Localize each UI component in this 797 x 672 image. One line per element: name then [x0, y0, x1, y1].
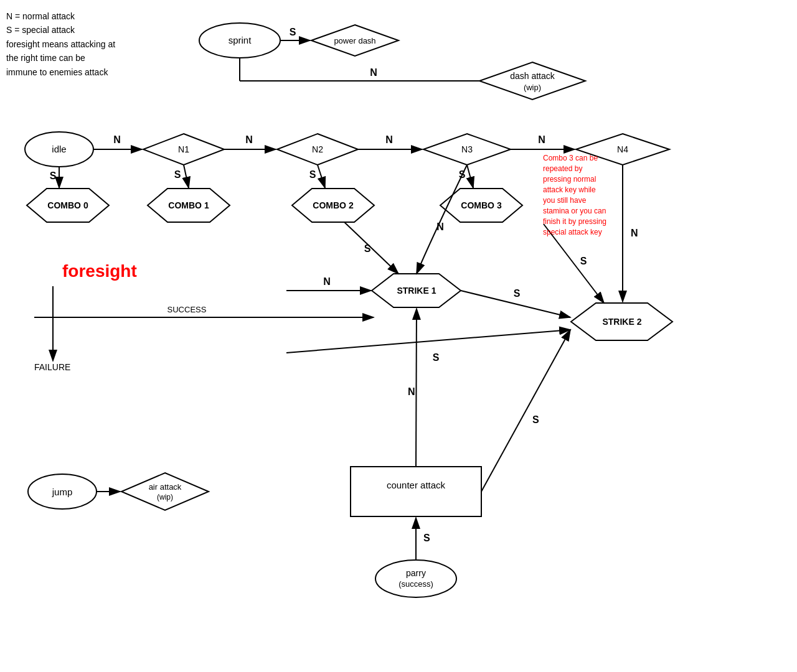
label-n-n3-n4: N: [538, 134, 545, 145]
arrow-counter-strike1-n: [416, 309, 417, 467]
label-s-parry-counter: S: [423, 533, 430, 543]
combo3-note-2: repeated by: [543, 164, 582, 173]
combo3-note-3: pressing normal: [543, 175, 596, 184]
strike2-label: STRIKE 2: [602, 317, 641, 327]
label-n-dash-attack: N: [370, 67, 377, 78]
label-s-bottom: S: [433, 352, 440, 363]
combo3-label: COMBO 3: [461, 200, 502, 210]
n4-label: N4: [617, 144, 628, 154]
label-s-n2-combo2: S: [309, 169, 316, 180]
combo2-label: COMBO 2: [313, 200, 354, 210]
arrow-counter-strike2-s: [481, 330, 570, 492]
diagram-svg: sprint power dash S N dash attack (wip) …: [0, 0, 797, 672]
arrow-combo2-strike1: [344, 222, 398, 274]
arrow-n2-combo2: [318, 165, 325, 188]
label-s-combo3-strike2: S: [580, 256, 587, 266]
idle-label: idle: [52, 144, 66, 154]
counter-attack-node: [351, 467, 481, 516]
combo3-note-8: special attack key: [543, 228, 602, 236]
label-n-idle-n1: N: [113, 134, 121, 145]
arrow-n1-combo1: [184, 165, 189, 188]
combo3-note-6: stamina or you can: [543, 207, 606, 215]
arrow-n3-combo3: [467, 165, 473, 188]
counter-attack-label: counter attack: [387, 480, 446, 490]
label-n-n4-strike2: N: [631, 228, 638, 238]
label-n-counter-strike1: N: [408, 386, 415, 397]
foresight-label: foresight: [62, 261, 137, 281]
label-n-n3-strike1: N: [436, 222, 444, 232]
parry-success-label: (success): [398, 579, 433, 589]
arrow-s-to-strike2: [286, 330, 570, 353]
jump-label: jump: [52, 487, 73, 497]
label-s-counter-strike2: S: [532, 414, 539, 425]
combo3-note-4: attack key while: [543, 185, 596, 194]
label-n-n1-n2: N: [245, 134, 253, 145]
failure-label: FAILURE: [34, 362, 70, 372]
label-s-strike1-strike2: S: [514, 288, 521, 299]
parry-label: parry: [406, 568, 426, 578]
combo1-label: COMBO 1: [168, 200, 209, 210]
label-s-n1-combo1: S: [174, 169, 181, 180]
sprint-label: sprint: [229, 35, 252, 45]
label-n-to-strike1: N: [323, 276, 331, 287]
air-attack-label: air attack: [149, 482, 182, 492]
strike1-label: STRIKE 1: [397, 286, 436, 296]
n2-label: N2: [312, 144, 323, 154]
combo3-note-1: Combo 3 can be: [543, 154, 598, 162]
parry-node: [375, 560, 456, 597]
combo3-note-5: you still have: [543, 196, 587, 205]
combo3-note-7: finish it by pressing: [543, 217, 606, 226]
label-s-combo2-strike1: S: [364, 243, 371, 254]
n1-label: N1: [178, 144, 189, 154]
label-success: SUCCESS: [167, 305, 207, 314]
n3-label: N3: [461, 144, 473, 154]
label-s-idle-combo0: S: [50, 170, 57, 181]
air-attack-wip-label: (wip): [157, 493, 173, 502]
dash-attack-wip-label: (wip): [524, 83, 541, 92]
combo0-label: COMBO 0: [47, 200, 88, 210]
label-n-n2-n3: N: [385, 134, 393, 145]
dash-attack-node: [479, 62, 585, 100]
power-dash-label: power dash: [334, 36, 375, 45]
air-attack-node: [121, 473, 209, 510]
label-s-sprint-powerdash: S: [290, 27, 296, 37]
dash-attack-label: dash attack: [510, 71, 555, 81]
